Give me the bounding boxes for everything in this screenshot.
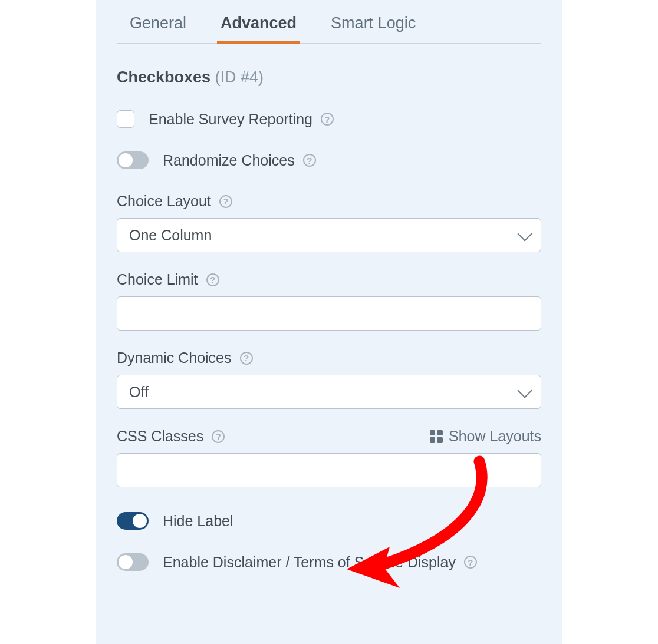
field-randomize: Randomize Choices ?: [117, 151, 541, 169]
field-survey-reporting: Enable Survey Reporting ?: [117, 110, 541, 128]
hide-label-label: Hide Label: [163, 513, 233, 530]
disclaimer-label: Enable Disclaimer / Terms of Service Dis…: [163, 554, 477, 571]
chevron-down-icon: [517, 383, 532, 398]
field-disclaimer: Enable Disclaimer / Terms of Service Dis…: [117, 553, 541, 571]
show-layouts-text: Show Layouts: [449, 428, 541, 445]
choice-limit-input[interactable]: [117, 296, 541, 331]
dynamic-choices-text: Dynamic Choices: [117, 349, 232, 366]
section-header: Checkboxes (ID #4): [117, 68, 541, 87]
css-classes-label: CSS Classes ?: [117, 428, 225, 445]
tab-advanced[interactable]: Advanced: [218, 14, 299, 43]
dynamic-choices-value: Off: [129, 384, 149, 401]
help-icon[interactable]: ?: [212, 430, 225, 443]
survey-reporting-checkbox[interactable]: [117, 110, 134, 128]
help-icon[interactable]: ?: [219, 195, 232, 208]
hide-label-text: Hide Label: [163, 513, 233, 530]
section-id: (ID #4): [215, 68, 264, 86]
help-icon[interactable]: ?: [321, 113, 334, 126]
randomize-label: Randomize Choices ?: [163, 152, 316, 169]
help-icon[interactable]: ?: [303, 154, 316, 167]
randomize-text: Randomize Choices: [163, 152, 295, 169]
css-classes-text: CSS Classes: [117, 428, 203, 445]
choice-layout-value: One Column: [129, 227, 212, 244]
settings-panel: General Advanced Smart Logic Checkboxes …: [96, 0, 562, 644]
randomize-toggle[interactable]: [117, 151, 149, 169]
field-dynamic-choices: Dynamic Choices ? Off: [117, 349, 541, 409]
disclaimer-toggle[interactable]: [117, 553, 149, 571]
tab-smart-logic[interactable]: Smart Logic: [328, 14, 418, 43]
choice-limit-text: Choice Limit: [117, 271, 198, 288]
tab-general[interactable]: General: [127, 14, 189, 43]
dynamic-choices-label: Dynamic Choices ?: [117, 349, 541, 366]
show-layouts-button[interactable]: Show Layouts: [430, 428, 541, 445]
field-css-classes: CSS Classes ? Show Layouts: [117, 428, 541, 487]
section-name: Checkboxes: [117, 68, 210, 86]
field-hide-label: Hide Label: [117, 512, 541, 530]
choice-layout-select[interactable]: One Column: [117, 218, 541, 252]
survey-reporting-text: Enable Survey Reporting: [149, 111, 312, 128]
chevron-down-icon: [517, 226, 532, 241]
survey-reporting-label: Enable Survey Reporting ?: [149, 111, 334, 128]
choice-layout-label: Choice Layout ?: [117, 193, 541, 210]
dynamic-choices-select[interactable]: Off: [117, 375, 541, 409]
field-choice-limit: Choice Limit ?: [117, 271, 541, 331]
css-classes-input[interactable]: [117, 453, 541, 487]
choice-layout-text: Choice Layout: [117, 193, 211, 210]
hide-label-toggle[interactable]: [117, 512, 149, 530]
help-icon[interactable]: ?: [240, 352, 253, 365]
help-icon[interactable]: ?: [464, 556, 477, 569]
grid-icon: [430, 430, 443, 443]
field-choice-layout: Choice Layout ? One Column: [117, 193, 541, 252]
disclaimer-text: Enable Disclaimer / Terms of Service Dis…: [163, 554, 456, 571]
tabs: General Advanced Smart Logic: [117, 0, 541, 44]
help-icon[interactable]: ?: [206, 273, 219, 286]
choice-limit-label: Choice Limit ?: [117, 271, 541, 288]
